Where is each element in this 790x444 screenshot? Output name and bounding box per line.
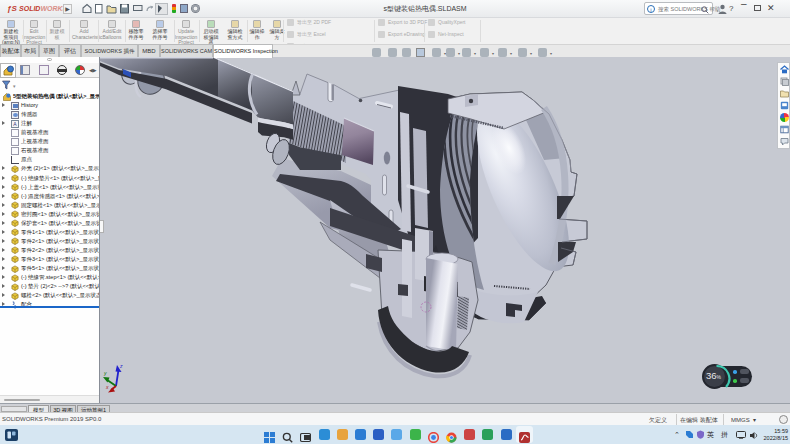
svg-text:z: z — [119, 363, 123, 369]
svg-text:y: y — [103, 370, 107, 376]
svg-text:x: x — [105, 384, 109, 390]
